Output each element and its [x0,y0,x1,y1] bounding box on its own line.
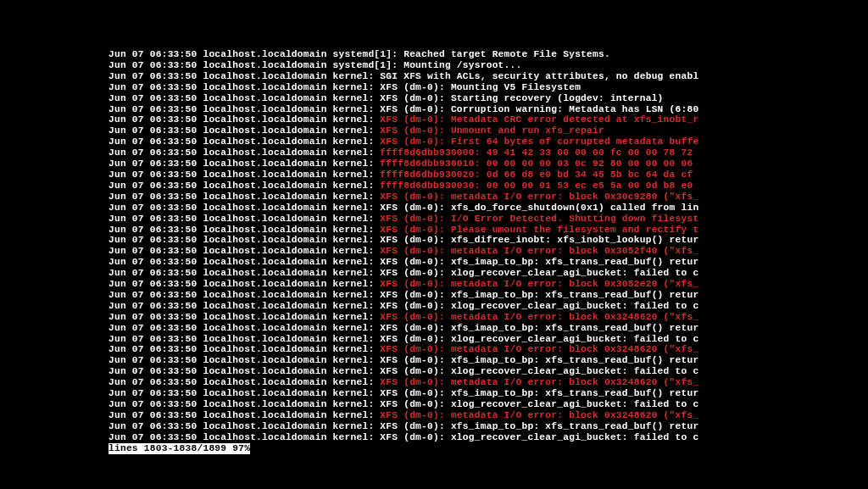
log-message: SGI XFS with ACLs, security attributes, … [380,71,698,81]
log-line: Jun 07 06:33:50 localhost.localdomain ke… [108,334,868,345]
log-line: Jun 07 06:33:50 localhost.localdomain ke… [108,203,868,214]
log-prefix: Jun 07 06:33:50 localhost.localdomain ke… [108,257,380,267]
log-line: Jun 07 06:33:50 localhost.localdomain ke… [108,312,868,323]
log-message: XFS (dm-0): xlog_recover_clear_agi_bucke… [380,301,698,311]
log-prefix: Jun 07 06:33:50 localhost.localdomain ke… [108,158,380,169]
log-prefix: Jun 07 06:33:50 localhost.localdomain ke… [108,312,380,322]
log-message: XFS (dm-0): metadata I/O error: block 0x… [380,344,698,354]
log-prefix: Jun 07 06:33:50 localhost.localdomain ke… [108,169,380,180]
log-message: XFS (dm-0): xfs_imap_to_bp: xfs_trans_re… [380,388,698,398]
log-prefix: Jun 07 06:33:50 localhost.localdomain ke… [108,279,380,289]
log-line: Jun 07 06:33:50 localhost.localdomain ke… [108,257,868,268]
log-message: XFS (dm-0): xfs_imap_to_bp: xfs_trans_re… [380,355,698,365]
log-prefix: Jun 07 06:33:50 localhost.localdomain ke… [108,235,380,245]
log-line: Jun 07 06:33:50 localhost.localdomain ke… [108,290,868,301]
log-message: XFS (dm-0): Metadata CRC error detected … [380,114,698,125]
log-line: Jun 07 06:33:50 localhost.localdomain ke… [108,114,868,125]
log-line: Jun 07 06:33:50 localhost.localdomain ke… [108,192,868,203]
log-line: Jun 07 06:33:50 localhost.localdomain ke… [108,104,868,115]
log-line: Jun 07 06:33:50 localhost.localdomain ke… [108,432,868,443]
log-message: XFS (dm-0): xfs_imap_to_bp: xfs_trans_re… [380,421,698,431]
log-prefix: Jun 07 06:33:50 localhost.localdomain ke… [108,71,380,81]
log-message: XFS (dm-0): xfs_difree_inobt: xfs_inobt_… [380,235,698,245]
log-prefix: Jun 07 06:33:50 localhost.localdomain ke… [108,410,380,420]
log-line: Jun 07 06:33:50 localhost.localdomain ke… [108,421,868,432]
log-prefix: Jun 07 06:33:50 localhost.localdomain ke… [108,268,380,278]
log-message: XFS (dm-0): Corruption warning: Metadata… [380,104,698,114]
log-prefix: Jun 07 06:33:50 localhost.localdomain ke… [108,301,380,311]
log-line: Jun 07 06:33:50 localhost.localdomain ke… [108,399,868,410]
log-message: XFS (dm-0): Starting recovery (logdev: i… [380,93,663,103]
log-prefix: Jun 07 06:33:50 localhost.localdomain sy… [108,49,403,59]
log-prefix: Jun 07 06:33:50 localhost.localdomain ke… [108,323,380,333]
log-prefix: Jun 07 06:33:50 localhost.localdomain ke… [108,192,380,202]
log-prefix: Jun 07 06:33:50 localhost.localdomain ke… [108,432,380,442]
log-line: Jun 07 06:33:50 localhost.localdomain sy… [108,49,868,60]
log-message: XFS (dm-0): xlog_recover_clear_agi_bucke… [380,432,698,442]
pager-status: lines 1803-1838/1899 97% [108,443,250,454]
log-prefix: Jun 07 06:33:50 localhost.localdomain ke… [108,104,380,114]
log-message: XFS (dm-0): xfs_imap_to_bp: xfs_trans_re… [380,323,698,333]
log-line: Jun 07 06:33:50 localhost.localdomain ke… [108,235,868,246]
log-line: Jun 07 06:33:50 localhost.localdomain ke… [108,410,868,421]
log-prefix: Jun 07 06:33:50 localhost.localdomain ke… [108,355,380,365]
log-prefix: Jun 07 06:33:50 localhost.localdomain ke… [108,290,380,300]
log-prefix: Jun 07 06:33:50 localhost.localdomain ke… [108,225,380,235]
log-message: XFS (dm-0): xfs_do_force_shutdown(0x1) c… [380,203,698,213]
log-message: XFS (dm-0): xlog_recover_clear_agi_bucke… [380,268,698,278]
log-prefix: Jun 07 06:33:50 localhost.localdomain ke… [108,399,380,409]
log-prefix: Jun 07 06:33:50 localhost.localdomain ke… [108,214,380,224]
log-line: Jun 07 06:33:50 localhost.localdomain ke… [108,169,868,181]
log-message: XFS (dm-0): I/O Error Detected. Shutting… [380,214,698,224]
log-message: XFS (dm-0): xlog_recover_clear_agi_bucke… [380,366,698,376]
log-line: Jun 07 06:33:50 localhost.localdomain ke… [108,82,868,93]
log-line: Jun 07 06:33:50 localhost.localdomain ke… [108,268,868,279]
log-message: XFS (dm-0): xfs_imap_to_bp: xfs_trans_re… [380,290,698,300]
log-line: Jun 07 06:33:50 localhost.localdomain ke… [108,214,868,225]
log-message: XFS (dm-0): xfs_imap_to_bp: xfs_trans_re… [380,257,698,267]
log-message: XFS (dm-0): metadata I/O error: block 0x… [380,377,698,387]
log-prefix: Jun 07 06:33:50 localhost.localdomain ke… [108,82,380,92]
log-line: Jun 07 06:33:50 localhost.localdomain ke… [108,323,868,334]
log-prefix: Jun 07 06:33:50 localhost.localdomain ke… [108,366,380,376]
log-line: Jun 07 06:33:50 localhost.localdomain ke… [108,147,868,158]
log-prefix: Jun 07 06:33:50 localhost.localdomain ke… [108,334,380,344]
log-message: ffff8d6dbb930020: 0d 66 d8 e0 bd 34 45 5… [380,169,698,180]
log-prefix: Jun 07 06:33:50 localhost.localdomain ke… [108,388,380,398]
log-prefix: Jun 07 06:33:50 localhost.localdomain ke… [108,114,380,125]
log-message: XFS (dm-0): metadata I/O error: block 0x… [380,246,698,256]
log-message: XFS (dm-0): Mounting V5 Filesystem [380,82,581,92]
log-prefix: Jun 07 06:33:50 localhost.localdomain ke… [108,136,380,147]
log-line: Jun 07 06:33:50 localhost.localdomain ke… [108,279,868,290]
log-line: Jun 07 06:33:50 localhost.localdomain ke… [108,181,868,192]
log-line: Jun 07 06:33:50 localhost.localdomain ke… [108,344,868,355]
log-line: Jun 07 06:33:50 localhost.localdomain ke… [108,366,868,377]
log-line: Jun 07 06:33:50 localhost.localdomain sy… [108,60,868,71]
log-message: ffff8d6dbb930030: 00 00 00 01 53 ec e5 5… [380,181,698,191]
log-message: XFS (dm-0): Please umount the filesystem… [380,225,698,235]
log-line: Jun 07 06:33:50 localhost.localdomain ke… [108,125,868,136]
log-message: Reached target Remote File Systems. [403,49,610,59]
log-line: Jun 07 06:33:50 localhost.localdomain ke… [108,355,868,366]
log-prefix: Jun 07 06:33:50 localhost.localdomain ke… [108,377,380,387]
log-line: Jun 07 06:33:50 localhost.localdomain ke… [108,388,868,399]
log-prefix: Jun 07 06:33:50 localhost.localdomain ke… [108,93,380,103]
log-prefix: Jun 07 06:33:50 localhost.localdomain sy… [108,60,403,70]
log-message: XFS (dm-0): xlog_recover_clear_agi_bucke… [380,334,698,344]
log-message: XFS (dm-0): metadata I/O error: block 0x… [380,192,698,202]
log-line: Jun 07 06:33:50 localhost.localdomain ke… [108,158,868,169]
log-message: ffff8d6dbb930010: 00 00 00 00 03 0c 92 8… [380,158,698,169]
log-message: XFS (dm-0): Unmount and run xfs_repair [380,125,604,136]
log-line: Jun 07 06:33:50 localhost.localdomain ke… [108,246,868,257]
log-line: Jun 07 06:33:50 localhost.localdomain ke… [108,377,868,388]
terminal-output: Jun 07 06:33:50 localhost.localdomain sy… [108,49,868,443]
log-prefix: Jun 07 06:33:50 localhost.localdomain ke… [108,125,380,136]
log-message: Mounting /sysroot... [403,60,521,70]
log-message: XFS (dm-0): metadata I/O error: block 0x… [380,279,698,289]
log-prefix: Jun 07 06:33:50 localhost.localdomain ke… [108,181,380,191]
log-line: Jun 07 06:33:50 localhost.localdomain ke… [108,301,868,312]
log-message: XFS (dm-0): First 64 bytes of corrupted … [380,136,698,147]
log-line: Jun 07 06:33:50 localhost.localdomain ke… [108,225,868,236]
log-line: Jun 07 06:33:50 localhost.localdomain ke… [108,71,868,82]
log-message: XFS (dm-0): xlog_recover_clear_agi_bucke… [380,399,698,409]
